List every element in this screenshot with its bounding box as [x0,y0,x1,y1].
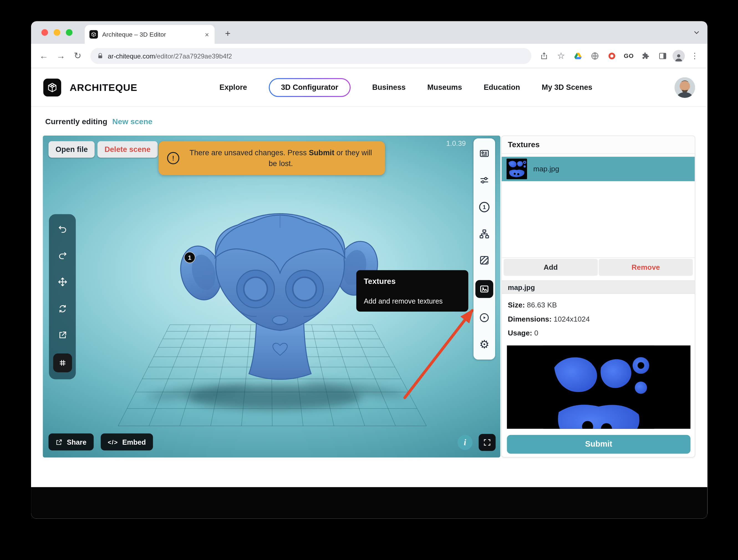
settings-button[interactable]: ⚙ [477,338,491,352]
materials-button[interactable] [477,253,491,267]
scene-info-button[interactable] [477,147,491,161]
warning-text: There are unsaved changes. Press Submit … [185,147,376,169]
traffic-light-zoom-button[interactable] [66,29,73,36]
info-button[interactable]: i [457,435,472,450]
usage-row: Usage: 0 [508,329,538,338]
url-path: /editor/27aa7929ae39b4f2 [155,52,232,60]
texture-name: map.jpg [533,165,559,173]
viewport-canvas[interactable]: Open file Delete scene ! There are unsav… [43,135,500,457]
fullscreen-icon [483,438,491,447]
address-bar[interactable]: ar-chiteque.com/editor/27aa7929ae39b4f2 [90,48,531,64]
browser-toolbar: ← → ↻ ar-chiteque.com/editor/27aa7929ae3… [31,44,708,68]
undo-button[interactable] [54,221,70,237]
add-texture-button[interactable]: Add [504,259,598,276]
back-button[interactable]: ← [37,49,51,63]
size-row: Size: 86.63 KB [508,301,557,310]
list-separator [502,257,695,258]
browser-tab-strip: Architeque – 3D Editor × + [31,21,708,43]
new-tab-button[interactable]: + [222,27,234,39]
animations-button[interactable] [477,311,491,325]
nav-item-my-3d-scenes[interactable]: My 3D Scenes [542,83,593,92]
texture-thumbnail [506,158,527,179]
reload-button[interactable]: ↻ [71,49,85,63]
lock-icon [97,52,104,59]
panel-title: Textures [502,136,695,154]
tooltip-subtitle: Add and remove textures [364,297,461,305]
fullscreen-button[interactable] [479,434,496,451]
tab-title: Architeque – 3D Editor [102,31,200,38]
model-annotation-badge[interactable]: 1 [184,252,196,263]
sidebar-toggle-icon[interactable] [656,49,670,63]
scene-name-link[interactable]: New scene [112,117,152,126]
textures-button[interactable] [475,280,493,298]
grid-toggle-button[interactable] [53,354,72,372]
nav-item-education[interactable]: Education [484,83,520,92]
browser-menu-icon[interactable]: ⋮ [688,49,702,63]
hierarchy-button[interactable] [477,227,491,241]
embed-button[interactable]: </> Embed [101,434,153,451]
brand-logo-icon[interactable] [43,78,61,96]
traffic-light-close-button[interactable] [41,29,48,36]
share-button[interactable]: Share [48,434,93,451]
editor-sidebar-tools: 1 [473,138,495,360]
unsaved-changes-toast: ! There are unsaved changes. Press Submi… [158,141,385,175]
nav-item-3d-configurator[interactable]: 3D Configurator [269,78,350,97]
close-tab-icon[interactable]: × [204,30,210,39]
tab-favicon-icon [89,30,98,39]
version-label: 1.0.39 [446,139,466,147]
editing-label: Currently editing [45,117,107,126]
tooltip-title: Textures [364,277,461,286]
share-icon [55,438,62,445]
browser-tab[interactable]: Architeque – 3D Editor × [85,25,215,44]
texture-list-item[interactable]: map.jpg [502,157,695,181]
bookmark-star-icon[interactable]: ☆ [554,49,568,63]
desktop-background: Architeque – 3D Editor × + ← → ↻ ar-chit… [0,0,738,560]
redo-button[interactable] [54,247,70,263]
adjustments-button[interactable] [477,173,491,187]
share-page-icon[interactable] [537,49,551,63]
annotations-button[interactable]: 1 [477,200,491,214]
code-icon: </> [108,438,118,445]
page-bottom-spacer [31,487,708,519]
nav-item-business[interactable]: Business [372,83,406,92]
warning-icon: ! [167,152,179,164]
textures-tooltip: Textures Add and remove textures [356,270,468,311]
main-nav: Explore 3D Configurator Business Museums… [142,78,670,97]
drive-extension-icon[interactable] [571,49,585,63]
submit-button[interactable]: Submit [507,435,690,454]
brand-name[interactable]: ARCHITEQUE [70,82,137,93]
move-tool-button[interactable] [54,274,70,290]
user-avatar[interactable] [675,77,695,98]
tab-list-chevron-icon[interactable] [692,28,701,37]
selected-file-header: map.jpg [502,281,695,294]
gear-icon: ⚙ [479,339,489,350]
export-tool-button[interactable] [54,327,70,343]
remove-texture-button[interactable]: Remove [599,259,693,276]
globe-extension-icon[interactable] [588,49,602,63]
annotation-1-icon: 1 [479,202,489,212]
dimensions-row: Dimensions: 1024x1024 [508,315,590,324]
extensions-puzzle-icon[interactable] [639,49,653,63]
profile-avatar-icon[interactable] [673,50,685,62]
traffic-light-minimize-button[interactable] [54,29,60,36]
go-extension-badge[interactable]: GO [622,49,636,63]
red-extension-icon[interactable] [605,49,619,63]
browser-window: Architeque – 3D Editor × + ← → ↻ ar-chit… [31,21,708,518]
url-domain: ar-chiteque.com [108,52,155,60]
currently-editing-line: Currently editing New scene [45,117,152,126]
site-header: ARCHITEQUE Explore 3D Configurator Busin… [31,68,708,107]
viewport-tool-column [49,214,76,379]
rotate-tool-button[interactable] [54,301,70,317]
textures-panel: Textures map.jpg Add Remove map.jpg Size… [501,135,695,457]
nav-item-explore[interactable]: Explore [220,83,247,92]
forward-button[interactable]: → [54,49,68,63]
delete-scene-button[interactable]: Delete scene [97,141,157,157]
open-file-button[interactable]: Open file [48,141,95,157]
web-page: ARCHITEQUE Explore 3D Configurator Busin… [31,68,708,519]
texture-preview [507,346,690,429]
nav-item-museums[interactable]: Museums [427,83,462,92]
